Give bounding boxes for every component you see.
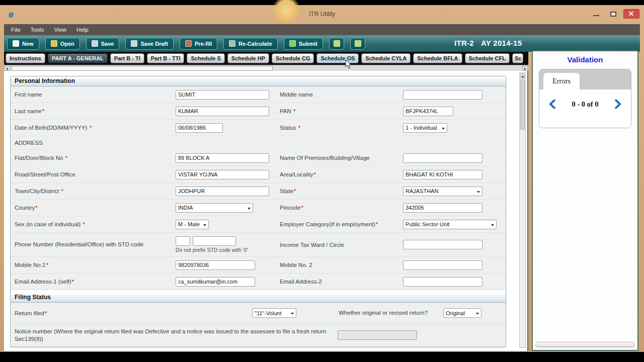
save-button-label: Save [101,41,114,47]
std-code-input[interactable] [176,236,190,246]
open-button[interactable]: Open [45,38,80,50]
tab-errors[interactable]: Errors [543,73,580,89]
original-revised-dropdown[interactable]: Original [443,308,481,318]
import-icon [355,40,361,47]
field-cell [176,186,280,196]
tab-schedule-os[interactable]: Schedule OS [316,53,359,63]
pager-prev-icon[interactable] [548,100,556,109]
last-name-input[interactable] [176,107,269,116]
re-calculate-button[interactable]: Re-Calculate [223,38,278,50]
tab-part-a-general[interactable]: PART A - GENERAL [48,53,108,63]
pager-next-icon[interactable] [614,100,622,109]
middle-name-input[interactable] [403,90,482,100]
menu-tools[interactable]: Tools [31,27,44,33]
field-label: Road/Street/Post Office [11,171,176,177]
submit-button-label: Submit [299,41,317,47]
required-marker: * [293,108,295,114]
status-dropdown[interactable]: 1 - Individual [403,123,447,133]
save-button[interactable]: Save [86,38,120,50]
tab-scrollbar[interactable] [4,65,528,71]
field-label: Flat/Door/Block No * [11,155,176,161]
close-button[interactable] [624,10,639,18]
tab-schedule-bfla[interactable]: Schedule BFLA [413,53,462,63]
tab-schedule-cfl[interactable]: Schedule CFL [465,53,510,63]
required-marker: * [298,125,300,131]
field-cell: INDIA [176,203,280,213]
dropdown-arrow-icon [442,128,445,130]
pincode-input[interactable] [403,203,482,213]
field-label: Pincode* [280,205,403,211]
phone-number-input[interactable] [193,236,236,246]
validation-scrollbar[interactable] [535,342,635,347]
save-draft-button[interactable]: Save Draft [125,38,173,50]
label-text: Town/City/District [15,188,60,194]
email-2-input[interactable] [403,277,482,287]
field-label: Sex (in case of individual) * [11,221,176,227]
tab-part-b-tti[interactable]: Part B - TTI [147,53,185,63]
pre-fill-button[interactable]: Pre-fill [180,38,217,50]
minimize-button[interactable] [590,10,603,18]
income-tax-ward-input[interactable] [403,240,482,249]
label-text: Flat/Door/Block No [15,155,65,161]
label-text: Email Address-2 [280,279,322,285]
tab-schedule-s[interactable]: Schedule S [187,53,224,63]
scrollbar-thumb[interactable] [520,79,525,130]
toolbar-extra-button-2[interactable] [350,38,365,50]
submit-button[interactable]: Submit [284,38,323,50]
area-locality-input[interactable] [403,170,482,179]
menu-help[interactable]: Help [76,27,89,33]
form-row: Road/Street/Post Office Area/Locality* [11,166,506,183]
state-dropdown[interactable]: RAJASTHAN [403,187,482,196]
field-cell [338,330,417,340]
scroll-right-button[interactable] [522,66,528,71]
tab-instructions[interactable]: Instructions [6,53,45,63]
tab-schedule-hp[interactable]: Schedule HP [227,53,269,63]
country-dropdown[interactable]: INDIA [176,203,253,213]
label-text: Pincode [280,205,301,211]
scrollbar-thumb[interactable] [11,66,273,71]
submit-icon [289,40,296,47]
mobile-1-input[interactable] [176,260,255,270]
menu-view[interactable]: View [54,27,66,33]
town-city-input[interactable] [176,187,269,196]
return-filed-dropdown[interactable]: "11"-Volunt [252,308,296,318]
date-of-birth-input[interactable] [176,123,223,133]
required-marker: * [301,205,303,211]
label-text: Sex (in case of individual) [15,221,82,227]
field-label: Area/Locality* [280,171,403,177]
road-street-input[interactable] [176,170,269,179]
label-text: PAN [280,108,293,114]
mobile-2-input[interactable] [403,260,482,270]
required-marker: * [42,108,44,114]
open-button-label: Open [60,41,74,47]
address-section-label: ADDRESS [11,140,176,146]
dropdown-arrow-icon [476,313,479,315]
field-label: Mobile No. 2 [280,262,403,268]
tab-schedule-cg[interactable]: Schedule CG [272,53,314,63]
scroll-left-button[interactable] [5,66,10,71]
field-cell [403,169,506,179]
tab-schedule-cyla[interactable]: Schedule CYLA [361,53,411,63]
employer-category-dropdown[interactable]: Public Sector Unit [403,220,497,229]
scroll-up-button[interactable] [520,73,525,78]
maximize-button[interactable] [607,10,620,18]
form-row: First name Middle name [11,86,506,103]
email-1-input[interactable] [176,277,255,287]
label-text: Name Of Premises/Building/Village [280,155,370,161]
tab-part-b-ti[interactable]: Part B - TI [110,53,144,63]
field-label: State* [280,188,403,194]
title-bar: e ITR Utility [0,5,644,24]
premises-input[interactable] [403,153,482,163]
form-vertical-scrollbar[interactable] [519,72,526,348]
field-cell [403,277,506,287]
new-button[interactable]: New [7,38,39,50]
field-cell: 1 - Individual [403,123,506,133]
toolbar-extra-button-1[interactable] [329,38,344,50]
pan-input[interactable] [403,107,453,116]
flat-door-block-input[interactable] [176,153,269,163]
menu-file[interactable]: File [11,27,21,33]
tab-schedule-partial[interactable]: Sc [512,53,523,63]
field-cell: Original [443,308,506,318]
sex-dropdown[interactable]: M - Male [176,220,209,229]
first-name-input[interactable] [176,90,269,100]
